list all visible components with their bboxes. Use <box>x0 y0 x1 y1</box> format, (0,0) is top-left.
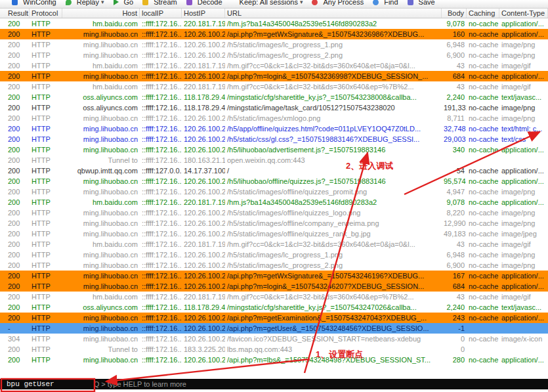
cell-result: 200 <box>0 344 30 355</box>
cell-ctype: image/png <box>499 50 548 60</box>
session-row[interactable]: 200HTTPming.lihuobao.cn::ffff:172.16...1… <box>0 207 548 218</box>
replay-icon <box>66 0 72 5</box>
cell-hostip: 220.181.7.190 <box>182 239 225 250</box>
cell-body: 6,900 <box>442 50 467 60</box>
session-row[interactable]: 200HTTPhm.baidu.com::ffff:172.16...220.1… <box>0 292 548 302</box>
session-row[interactable]: 200HTTPhm.baidu.com::ffff:172.16...220.1… <box>0 18 548 29</box>
keep-sessions-dropdown[interactable]: Keep: All sessions <box>240 0 298 6</box>
cell-ctype: text/javasc... <box>499 92 548 102</box>
session-row[interactable]: 200HTTPhm.baidu.com::ffff:172.16...220.1… <box>0 239 548 250</box>
session-row[interactable]: 200HTTPming.lihuobao.cn::ffff:172.16...1… <box>0 113 548 123</box>
session-row[interactable]: 200HTTPming.lihuobao.cn::ffff:172.16...1… <box>0 39 548 50</box>
cell-url: /h5/static/images/lc_progress_1.png <box>225 39 442 50</box>
session-row[interactable]: 200HTTPming.lihuobao.cn::ffff:172.16...1… <box>0 50 548 60</box>
session-row[interactable]: 200HTTPming.lihuobao.cn::ffff:172.16...1… <box>0 29 548 39</box>
session-row[interactable]: 200HTTPming.lihuobao.cn::ffff:172.16...1… <box>0 144 548 155</box>
cell-ctype: application/... <box>499 71 548 81</box>
decode-button[interactable]: Decode <box>198 0 222 6</box>
session-row[interactable]: 200HTTPming.lihuobao.cn::ffff:172.16...1… <box>0 186 548 197</box>
cell-host: ming.lihuobao.cn <box>62 250 140 260</box>
cell-localip: ::ffff:172.16... <box>140 355 182 365</box>
cell-result: 200 <box>0 271 30 281</box>
cell-hostip: 220.181.7.190 <box>182 81 225 92</box>
column-header-host[interactable]: Host <box>62 9 140 18</box>
cell-host: ming.lihuobao.cn <box>62 123 140 134</box>
cell-url: /hm.gif?cc=0&ck=1&cl=32-bit&ds=360x640&e… <box>225 292 442 302</box>
session-row[interactable]: 200HTTPming.lihuobao.cn::ffff:172.16...1… <box>0 134 548 144</box>
session-row[interactable]: 200HTTPhm.baidu.com::ffff:172.16...220.1… <box>0 197 548 207</box>
session-row[interactable]: 200HTTPqbwup.imtt.qq.com::ffff:127.0.0.1… <box>0 165 548 176</box>
cell-localip: ::ffff:172.16... <box>140 186 182 197</box>
cell-caching: no-cache <box>467 207 499 218</box>
session-row[interactable]: 200HTTPming.lihuobao.cn::ffff:172.16...1… <box>0 271 548 281</box>
column-header-protocol[interactable]: Protocol <box>30 9 62 18</box>
column-header-localip[interactable]: localIP <box>140 9 182 18</box>
cell-caching: no-cache <box>467 102 499 113</box>
cell-host: ming.lihuobao.cn <box>62 281 140 292</box>
cell-localip: ::ffff:172.16... <box>140 92 182 102</box>
cell-ctype: image/png <box>499 250 548 260</box>
session-row[interactable]: 200HTTPming.lihuobao.cn::ffff:172.16...1… <box>0 281 548 292</box>
find-button[interactable]: Find <box>384 0 398 6</box>
cell-result: 200 <box>0 29 30 39</box>
column-header-result[interactable]: Result <box>0 9 30 18</box>
session-row[interactable]: 200HTTPoss.aliyuncs.com::ffff:172.16...1… <box>0 102 548 113</box>
session-row[interactable]: 304HTTPming.lihuobao.cn::ffff:172.16...1… <box>0 334 548 344</box>
cell-caching <box>467 155 499 165</box>
session-row[interactable]: 200HTTPming.lihuobao.cn::ffff:172.16...1… <box>0 313 548 323</box>
cell-caching: no-cache <box>467 313 499 323</box>
fiddler-window: WinConfig Replay ▾ Go Stream Decode Keep… <box>0 0 548 392</box>
chevron-down-icon[interactable]: ▾ <box>300 0 303 5</box>
cell-url: /mingstatic/cfg/sharetitle_ky.js?_=15075… <box>225 92 442 102</box>
session-row[interactable]: 200HTTPming.lihuobao.cn::ffff:172.16...1… <box>0 355 548 365</box>
column-header-url[interactable]: URL <box>225 9 442 18</box>
cell-url: /mingstatic/image/task_card/10512?150754… <box>225 102 442 113</box>
save-button[interactable]: Save <box>419 0 435 6</box>
stream-button[interactable]: Stream <box>154 0 177 6</box>
cell-protocol: HTTP <box>30 218 62 229</box>
cell-ctype: image/gif <box>499 292 548 302</box>
cell-body: 340 <box>442 144 467 155</box>
session-row[interactable]: 200HTTPming.lihuobao.cn::ffff:172.16...1… <box>0 71 548 81</box>
cell-protocol: HTTP <box>30 113 62 123</box>
cell-localip: ::ffff:172.16... <box>140 144 182 155</box>
cell-body: 6,948 <box>442 39 467 50</box>
cell-result: 200 <box>0 39 30 50</box>
cell-localip: ::ffff:172.16... <box>140 123 182 134</box>
session-row[interactable]: 200HTTPhm.baidu.com::ffff:172.16...220.1… <box>0 81 548 92</box>
cell-host: hm.baidu.com <box>62 239 140 250</box>
session-row[interactable]: 200HTTPhm.baidu.com::ffff:172.16...220.1… <box>0 60 548 71</box>
quickexec-input[interactable]: bpu getUser <box>7 380 54 388</box>
session-row[interactable]: 200HTTPTunnel to::ffff:172.16...183.3.22… <box>0 344 548 355</box>
cell-protocol: HTTP <box>30 292 62 302</box>
cell-ctype: image/png <box>499 186 548 197</box>
column-header-caching[interactable]: Caching <box>467 9 499 18</box>
cell-result: 200 <box>0 155 30 165</box>
session-row[interactable]: -HTTPming.lihuobao.cn::ffff:172.16...120… <box>0 323 548 334</box>
cell-hostip: 118.178.29.4 <box>182 302 225 313</box>
session-row[interactable]: 200HTTPming.lihuobao.cn::ffff:172.16...1… <box>0 250 548 260</box>
chevron-down-icon[interactable]: ▾ <box>101 0 104 5</box>
session-row[interactable]: 200HTTPoss.aliyuncs.com::ffff:172.16...1… <box>0 302 548 313</box>
session-row[interactable]: 200HTTPming.lihuobao.cn::ffff:172.16...1… <box>0 176 548 186</box>
cell-hostip: 120.26.100.228 <box>182 50 225 60</box>
cell-localip: ::ffff:172.16... <box>140 50 182 60</box>
go-button[interactable]: Go <box>124 0 134 6</box>
session-row[interactable]: 200HTTPming.lihuobao.cn::ffff:172.16...1… <box>0 229 548 239</box>
session-row[interactable]: 200HTTPming.lihuobao.cn::ffff:172.16...1… <box>0 123 548 134</box>
column-header-ctype[interactable]: Content-Type <box>499 9 548 18</box>
cell-host: oss.aliyuncs.com <box>62 302 140 313</box>
column-header-body[interactable]: Body <box>442 9 467 18</box>
winconfig-button[interactable]: WinConfig <box>23 0 56 6</box>
cell-protocol: HTTP <box>30 271 62 281</box>
session-row[interactable]: 200HTTPTunnel to::ffff:172.16...180.163.… <box>0 155 548 165</box>
session-row[interactable]: 200HTTPming.lihuobao.cn::ffff:172.16...1… <box>0 260 548 271</box>
any-process-button[interactable]: Any Process <box>323 0 364 6</box>
session-row[interactable]: 200HTTPoss.aliyuncs.com::ffff:172.16...1… <box>0 92 548 102</box>
replay-button[interactable]: Replay <box>77 0 99 6</box>
quickexec-bar[interactable]: bpu getUser Q > type HELP to learn more <box>0 379 548 389</box>
cell-url: /api.php?m=getWxSignature&_=150754324619… <box>225 271 442 281</box>
column-header-hostip[interactable]: HostIP <box>182 9 225 18</box>
cell-ctype <box>499 323 548 334</box>
session-row[interactable]: 200HTTPming.lihuobao.cn::ffff:172.16...1… <box>0 218 548 229</box>
